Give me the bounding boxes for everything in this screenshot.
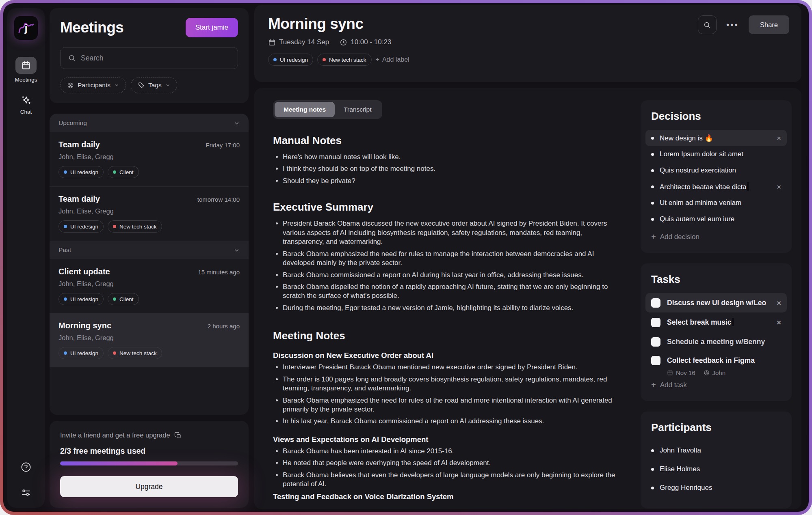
search-button[interactable] (698, 15, 717, 34)
chevron-down-icon[interactable] (234, 247, 240, 253)
person-circle-icon (67, 82, 74, 89)
meeting-list-item-selected[interactable]: Morning sync 2 hours ago John, Elise, Gr… (50, 313, 249, 367)
note-bullet: Barack Obama emphasized the need for rul… (273, 396, 623, 414)
decision-item-editing[interactable]: Architecto beatae vitae dicta × (651, 179, 781, 195)
usage-progress-bar (60, 461, 238, 465)
decision-item[interactable]: Quis autem vel eum iure (651, 211, 781, 227)
bullet-dot (651, 218, 654, 221)
meeting-list-item[interactable]: Team daily tomorrow 14:00 John, Elise, G… (50, 186, 249, 241)
decision-text: Architecto beatae vitae dicta (660, 182, 748, 191)
notes-tabs: Meeting notes Transcript (273, 100, 382, 119)
section-header-past[interactable]: Past (50, 241, 249, 259)
start-jamie-button[interactable]: Start jamie (186, 18, 238, 37)
participant-item: John Travolta (651, 441, 781, 460)
search-field[interactable] (60, 47, 238, 69)
task-item-completed[interactable]: Schedule a meeting w/Benny (651, 332, 781, 351)
decision-item[interactable]: Quis nostrud exercitation (651, 162, 781, 179)
task-item[interactable]: Collect feedback in Figma Nov 16 (651, 352, 781, 376)
sidebar-item-meetings[interactable]: Meetings (15, 57, 37, 83)
participant-name: Gregg Henriques (660, 484, 712, 492)
tag-dot (323, 58, 326, 61)
tab-transcript[interactable]: Transcript (335, 102, 380, 117)
tab-meeting-notes[interactable]: Meeting notes (275, 102, 335, 117)
note-bullet: Barack Obama commissioned a report on AI… (273, 271, 623, 280)
settings-sliders-icon[interactable] (21, 487, 31, 498)
note-bullet: He noted that people were overhyping the… (273, 459, 623, 468)
section-heading: Executive Summary (273, 201, 623, 213)
meeting-list-item[interactable]: Client update 15 minutes ago John, Elise… (50, 259, 249, 313)
main-column: Morning sync Tuesday 14 Sep (254, 3, 801, 512)
note-bullet: President Barack Obama discussed the new… (273, 219, 623, 246)
note-bullet: Barack Obama dispelled the notion of a r… (273, 282, 623, 301)
usage-text: 2/3 free meetings used (60, 446, 238, 456)
text-cursor (733, 318, 734, 326)
sidebar-item-chat[interactable]: Chat (20, 95, 32, 115)
close-icon[interactable]: × (777, 319, 781, 326)
participants-filter[interactable]: Participants (60, 77, 126, 93)
close-icon[interactable]: × (777, 183, 781, 191)
meeting-list-item[interactable]: Team daily Friday 17:00 John, Elise, Gre… (50, 132, 249, 186)
upgrade-button[interactable]: Upgrade (60, 476, 238, 497)
subsection-heading: Views and Expectations on AI Development (273, 435, 623, 444)
calendar-icon (268, 39, 276, 46)
bullet-dot (651, 468, 654, 471)
tag-dot (64, 297, 67, 301)
decision-item[interactable]: New design is 🔥 × (645, 130, 787, 146)
app-window-frame: j Meetings Chat (0, 0, 812, 515)
section-header-upcoming[interactable]: Upcoming (50, 114, 249, 132)
meeting-header-panel: Morning sync Tuesday 14 Sep (254, 5, 801, 82)
tag-pill: Client (108, 293, 139, 305)
copy-icon[interactable] (174, 432, 182, 439)
label-pill[interactable]: New tech stack (317, 54, 372, 66)
meeting-time: tomorrow 14:00 (197, 196, 240, 203)
side-cards-column: Decisions New design is 🔥 × Lorem Ipsum … (641, 100, 792, 509)
tag-dot (113, 170, 116, 174)
meeting-participants: John, Elise, Gregg (58, 153, 240, 161)
add-task-button[interactable]: + Add task (651, 380, 781, 390)
share-button[interactable]: Share (749, 15, 789, 34)
decision-text: New design is 🔥 (660, 134, 713, 142)
task-item-editing[interactable]: Select break music × (651, 312, 781, 332)
tag-pill: UI redesign (58, 293, 104, 305)
checkbox[interactable] (651, 337, 660, 347)
close-icon[interactable]: × (777, 134, 781, 142)
tag-icon (138, 82, 145, 89)
section-label: Upcoming (58, 119, 87, 127)
bullet-dot (651, 202, 654, 205)
label-pill[interactable]: UI redesign (268, 54, 313, 66)
add-label-button[interactable]: +Add label (376, 56, 409, 63)
app-logo[interactable]: j (14, 16, 38, 40)
tag-pill: New tech stack (108, 220, 162, 233)
chevron-down-icon[interactable] (234, 120, 240, 126)
close-icon[interactable]: × (777, 299, 781, 307)
bullet-list: Here's how manual notes will look like. … (273, 153, 623, 185)
meeting-title: Team daily (58, 140, 100, 149)
usage-progress-fill (60, 461, 178, 465)
checkbox[interactable] (651, 356, 660, 365)
task-item[interactable]: Discuss new UI design w/Leo × (645, 293, 787, 312)
search-input[interactable] (81, 54, 230, 62)
tasks-title: Tasks (651, 273, 781, 286)
bullet-list: Interviewer President Barack Obama menti… (273, 363, 623, 426)
checkbox[interactable] (651, 298, 660, 308)
help-icon[interactable] (20, 461, 32, 473)
bullet-dot (651, 487, 654, 489)
decision-item[interactable]: Ut enim ad minima veniam (651, 195, 781, 211)
meeting-participants: John, Elise, Gregg (58, 280, 240, 288)
meeting-title: Client update (58, 267, 110, 276)
bullet-list: President Barack Obama discussed the new… (273, 219, 623, 312)
tag-dot (113, 351, 116, 355)
tasks-card: Tasks Discuss new UI design w/Leo × Sele… (641, 263, 792, 401)
task-text: Schedule a meeting w/Benny (667, 338, 765, 346)
task-text: Collect feedback in Figma (667, 356, 755, 365)
decision-text: Quis nostrud exercitation (660, 166, 736, 175)
meetings-header-panel: Meetings Start jamie (50, 8, 249, 103)
note-bullet: Barack Obama believes that even the deve… (273, 471, 623, 489)
add-decision-button[interactable]: + Add decision (651, 232, 781, 241)
decision-item[interactable]: Lorem Ipsum dolor sit amet (651, 146, 781, 162)
checkbox[interactable] (651, 318, 660, 327)
more-options-button[interactable]: ••• (726, 20, 739, 30)
tags-filter[interactable]: Tags (131, 77, 177, 93)
participants-title: Participants (651, 421, 781, 434)
tag-pill: New tech stack (108, 347, 162, 359)
